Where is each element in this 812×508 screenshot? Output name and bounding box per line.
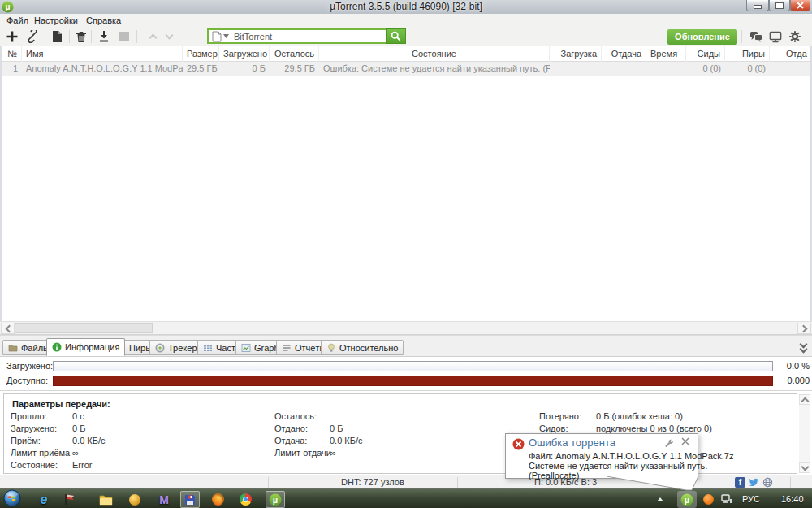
popup-title: Ошибка торрента [529,436,615,449]
search-button[interactable] [386,28,406,44]
close-icon [681,437,689,445]
minimize-button[interactable] [746,0,769,11]
torrent-row[interactable]: 1 Anomaly A.N.T.H.O.L.O.G.Y 1.1 ModPack.… [0,62,812,76]
search-box[interactable] [207,28,386,44]
chevron-down-icon [165,32,173,40]
toolbar-separator [91,30,92,43]
chevron-up-icon [149,34,157,42]
chevron-down-icon [801,462,809,471]
availability-bar [53,376,773,386]
header-size[interactable]: Размер [183,46,219,62]
maximize-button[interactable] [769,0,790,11]
tracker-icon [155,343,165,353]
start-button[interactable] [2,489,22,506]
tab-info[interactable]: Информация [46,338,125,356]
tab-label: Информация [65,342,119,352]
add-url-button[interactable] [24,28,41,45]
header-peers[interactable]: Пиры [725,46,770,62]
popup-error-line: Системе не удается найти указанный путь. [529,461,695,471]
menu-item-options[interactable]: Настройки [31,15,81,26]
kmplayer-icon: M [159,493,169,506]
settings-button[interactable] [788,29,802,44]
menu-item-file[interactable]: Файл [3,15,32,26]
tab-about[interactable]: Относительно [321,340,404,355]
param-value: 0.0 КБ/с [72,436,106,445]
taskbar-item-utorrent[interactable]: µ [266,491,285,508]
start-button[interactable] [96,28,112,45]
create-torrent-button[interactable] [49,28,65,45]
folder-icon [8,343,18,353]
scroll-down-button[interactable] [799,462,810,473]
tray-aimp-icon[interactable] [700,491,716,508]
scroll-left-button[interactable] [1,323,15,334]
twitter-icon[interactable] [749,477,759,488]
param-value: подключены 0 из 0 (всего 0) [596,423,712,433]
tray-clock[interactable]: 16:40 [781,494,804,504]
popup-close-button[interactable] [681,437,691,447]
header-eta[interactable]: Время [646,46,686,62]
windows-logo-icon [3,489,21,507]
remove-button[interactable] [73,28,89,45]
header-remaining[interactable]: Осталось [270,46,319,62]
scrollbar-thumb[interactable] [15,323,153,333]
header-num[interactable]: № [0,46,22,62]
chat-button[interactable] [749,29,763,44]
taskbar-item-ie[interactable]: e [34,491,54,508]
close-button[interactable] [790,0,810,11]
scroll-right-button[interactable] [797,323,811,334]
tab-label: Файлы [21,343,50,353]
taskbar-item-gold-app[interactable] [125,491,145,508]
downloaded-progress-bar [53,361,773,371]
taskbar-item-firefox[interactable] [208,491,227,508]
taskbar-item-kmplayer[interactable]: M [154,491,174,508]
taskbar-item-chrome[interactable] [235,491,255,508]
menu-item-help[interactable]: Справка [83,15,124,26]
popup-file-line: Файл: Anomaly A.N.T.H.O.L.O.G.Y 1.1 ModP… [529,451,695,461]
header-up-speed[interactable]: Отдача [602,46,646,62]
search-input[interactable] [232,31,357,42]
tray-network-icon[interactable] [718,491,736,508]
header-downloaded[interactable]: Загружено [219,46,270,62]
available-label: Доступно: [6,376,48,386]
status-divider [790,477,791,488]
svg-text:µ: µ [685,495,689,505]
progress-section: Загружено: 0.0 % Доступно: 0.000 [0,356,812,391]
taskbar-item-save-dialog[interactable] [180,491,200,508]
globe-icon[interactable] [762,477,773,488]
move-down-button[interactable] [161,28,177,45]
move-up-button[interactable] [145,28,161,45]
cell-peers: 0 (0) [725,62,770,76]
add-torrent-button[interactable] [4,28,20,45]
taskbar-item-explorer[interactable] [96,491,115,508]
chevron-up-icon [657,497,663,501]
update-button[interactable]: Обновление [667,29,737,45]
remote-access-button[interactable] [768,29,783,44]
details-vertical-scrollbar[interactable] [799,394,810,473]
chevron-down-icon [800,345,808,354]
param-value: 0 Б [330,423,343,433]
header-down-speed[interactable]: Загрузка [550,46,602,62]
scroll-up-button[interactable] [799,394,810,405]
dropdown-caret-icon[interactable] [223,34,229,38]
facebook-icon[interactable]: f [735,477,745,488]
tray-language[interactable]: РУС [742,494,760,504]
tabs-overflow-button[interactable] [797,341,810,354]
header-uploaded[interactable]: Отда [770,46,812,62]
header-name[interactable]: Имя [22,46,183,62]
available-value: 0.000 [774,376,810,386]
tray-utorrent-icon[interactable]: µ [677,491,697,508]
header-status[interactable]: Состояние [319,46,550,62]
popup-settings-button[interactable] [664,439,675,449]
menu-bar: Файл Настройки Справка [0,14,812,27]
torrent-error-popup: Ошибка торрента Файл: Anomaly A.N.T.H.O.… [505,433,698,479]
folder-icon [99,494,113,506]
cell-seeds: 0 (0) [686,62,725,76]
taskbar-item-media-player[interactable] [60,491,80,508]
horizontal-scrollbar[interactable] [0,321,812,334]
header-seeds[interactable]: Сиды [686,46,725,62]
param-label: Отдача: [274,435,330,447]
stop-button[interactable] [116,28,132,45]
tray-expand-button[interactable] [654,491,667,508]
param-value: 0 Б (ошибок хеша: 0) [596,411,683,421]
utorrent-window: µ µTorrent 3.5.5 (build 46090) [32-bit] … [0,0,812,508]
